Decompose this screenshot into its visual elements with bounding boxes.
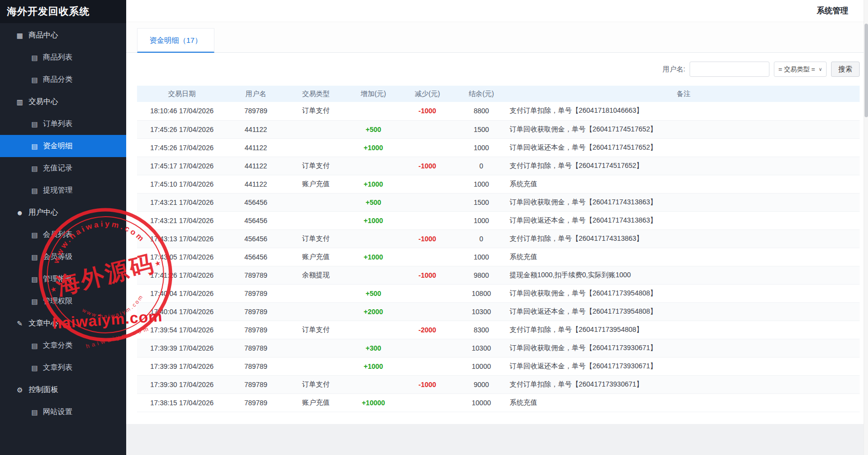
file-icon: ▤ — [31, 364, 38, 372]
cell-type — [285, 357, 347, 375]
sidebar-item-article-list[interactable]: ▤ 文章列表 — [0, 357, 126, 379]
file-icon: ▤ — [31, 297, 38, 305]
file-icon: ▤ — [31, 342, 38, 350]
cell-date: 17:39:30 17/04/2026 — [137, 375, 227, 393]
content: 用户名: = 交易类型 = ∨ 搜索 交易日期用户名交易类型增加(元)减少(元)… — [126, 53, 868, 455]
cell-add — [347, 102, 400, 120]
sidebar-section-product-center[interactable]: ▦ 商品中心 — [0, 24, 126, 46]
cell-add — [347, 157, 400, 175]
table-row: 17:43:21 17/04/2026 456456 +1000 1000 订单… — [137, 211, 860, 229]
cell-date: 17:39:54 17/04/2026 — [137, 321, 227, 339]
transaction-type-select[interactable]: = 交易类型 = ∨ — [774, 62, 827, 77]
sidebar-section-control-panel[interactable]: ⚙ 控制面板 — [0, 379, 126, 401]
tab-fund-detail[interactable]: 资金明细（17） — [137, 28, 214, 53]
username-label: 用户名: — [662, 65, 685, 74]
cell-remark: 支付订单扣除，单号【260417174313863】 — [508, 229, 860, 248]
cell-remark: 订单回收返还本金，单号【260417174313863】 — [508, 211, 860, 229]
cell-balance: 10800 — [455, 284, 508, 302]
table-row: 17:39:39 17/04/2026 789789 +300 10300 订单… — [137, 339, 860, 357]
cell-remark: 支付订单扣除，单号【260417174517652】 — [508, 157, 860, 175]
cell-type: 订单支付 — [285, 375, 347, 393]
sidebar-item-member-level[interactable]: ▤ 会员等级 — [0, 246, 126, 268]
sidebar-section-label: 文章中心 — [29, 319, 58, 328]
cell-remark: 订单回收获取佣金，单号【260417174313863】 — [508, 193, 860, 211]
sidebar-item-product-list[interactable]: ▤ 商品列表 — [0, 46, 126, 68]
table-row: 18:10:46 17/04/2026 789789 订单支付 -1000 88… — [137, 102, 860, 120]
cell-type — [285, 120, 347, 138]
cell-balance: 1500 — [455, 193, 508, 211]
vertical-scrollbar[interactable] — [864, 0, 868, 455]
sidebar-item-admin-permission[interactable]: ▤ 管理权限 — [0, 290, 126, 312]
file-icon: ▤ — [31, 76, 38, 84]
cell-minus — [400, 339, 455, 357]
cell-add: +1000 — [347, 175, 400, 193]
sidebar-item-admin-account[interactable]: ▤ 管理帐号 — [0, 268, 126, 290]
cell-date: 17:43:21 17/04/2026 — [137, 193, 227, 211]
sidebar-item-article-category[interactable]: ▤ 文章分类 — [0, 334, 126, 357]
cell-minus: -1000 — [400, 229, 455, 248]
cell-add: +500 — [347, 193, 400, 211]
cell-user: 789789 — [227, 102, 285, 120]
cell-user: 441122 — [227, 157, 285, 175]
store-icon: ▦ — [16, 32, 24, 39]
cell-user: 456456 — [227, 193, 285, 211]
cell-date: 17:45:26 17/04/2026 — [137, 138, 227, 157]
cell-remark: 订单回收获取佣金，单号【260417173954808】 — [508, 284, 860, 302]
cell-user: 789789 — [227, 284, 285, 302]
table-row: 17:43:21 17/04/2026 456456 +500 1500 订单回… — [137, 193, 860, 211]
cell-date: 17:40:04 17/04/2026 — [137, 302, 227, 321]
cell-minus — [400, 193, 455, 211]
cell-type — [285, 193, 347, 211]
topbar: 系统管理 — [126, 0, 868, 22]
cell-remark: 支付订单扣除，单号【260417173930671】 — [508, 375, 860, 393]
table-row: 17:39:30 17/04/2026 789789 订单支付 -1000 90… — [137, 375, 860, 393]
sidebar-item-recharge-record[interactable]: ▤ 充值记录 — [0, 157, 126, 179]
cell-user: 456456 — [227, 211, 285, 229]
column-header: 交易类型 — [285, 86, 347, 102]
table-row: 17:39:54 17/04/2026 789789 订单支付 -2000 83… — [137, 321, 860, 339]
cell-user: 789789 — [227, 302, 285, 321]
cell-date: 17:45:10 17/04/2026 — [137, 175, 227, 193]
sidebar-section-user-center[interactable]: ☻ 用户中心 — [0, 201, 126, 224]
cell-date: 17:41:26 17/04/2026 — [137, 266, 227, 284]
cell-add: +500 — [347, 284, 400, 302]
sidebar-item-member-list[interactable]: ▤ 会员列表 — [0, 224, 126, 246]
scrollbar-thumb[interactable] — [865, 24, 868, 117]
table-row: 17:45:26 17/04/2026 441122 +1000 1000 订单… — [137, 138, 860, 157]
sidebar-item-label: 文章列表 — [43, 363, 72, 372]
search-button[interactable]: 搜索 — [831, 62, 860, 77]
file-icon: ▤ — [31, 408, 38, 416]
file-icon: ▤ — [31, 187, 38, 195]
cell-remark: 系统充值 — [508, 175, 860, 193]
cell-type — [285, 339, 347, 357]
cell-user: 441122 — [227, 120, 285, 138]
cell-add — [347, 229, 400, 248]
sidebar-section-label: 用户中心 — [29, 208, 58, 217]
sidebar-item-order-list[interactable]: ▤ 订单列表 — [0, 113, 126, 135]
table-body: 18:10:46 17/04/2026 789789 订单支付 -1000 88… — [137, 102, 860, 412]
fund-detail-panel: 用户名: = 交易类型 = ∨ 搜索 交易日期用户名交易类型增加(元)减少(元)… — [126, 53, 868, 424]
table-row: 17:43:13 17/04/2026 456456 订单支付 -1000 0 … — [137, 229, 860, 248]
sidebar-item-fund-detail[interactable]: ▤ 资金明细 — [0, 135, 126, 157]
column-header: 结余(元) — [455, 86, 508, 102]
cell-user: 789789 — [227, 321, 285, 339]
column-header: 备注 — [508, 86, 860, 102]
cell-date: 17:38:15 17/04/2026 — [137, 393, 227, 412]
cell-date: 17:45:17 17/04/2026 — [137, 157, 227, 175]
cell-add — [347, 266, 400, 284]
table-row: 17:40:04 17/04/2026 789789 +500 10800 订单… — [137, 284, 860, 302]
cell-date: 17:43:21 17/04/2026 — [137, 211, 227, 229]
sidebar-section-article-center[interactable]: ✎ 文章中心 — [0, 312, 126, 334]
cell-remark: 系统充值 — [508, 248, 860, 266]
sidebar-item-label: 商品分类 — [43, 75, 72, 84]
sidebar-item-product-category[interactable]: ▤ 商品分类 — [0, 68, 126, 91]
app-root: 海外开发回收系统 ▦ 商品中心 ▤ 商品列表 ▤ 商品分类 ▥ 交易中心 ▤ 订… — [0, 0, 868, 455]
sidebar: 海外开发回收系统 ▦ 商品中心 ▤ 商品列表 ▤ 商品分类 ▥ 交易中心 ▤ 订… — [0, 0, 126, 455]
sidebar-item-site-setting[interactable]: ▤ 网站设置 — [0, 401, 126, 423]
cell-remark: 支付订单扣除，单号【260417181046663】 — [508, 102, 860, 120]
username-input[interactable] — [690, 62, 769, 77]
sidebar-section-trade-center[interactable]: ▥ 交易中心 — [0, 91, 126, 113]
system-manage-menu[interactable]: 系统管理 — [817, 6, 848, 16]
sidebar-item-label: 管理帐号 — [43, 274, 72, 284]
sidebar-item-withdraw-manage[interactable]: ▤ 提现管理 — [0, 179, 126, 201]
